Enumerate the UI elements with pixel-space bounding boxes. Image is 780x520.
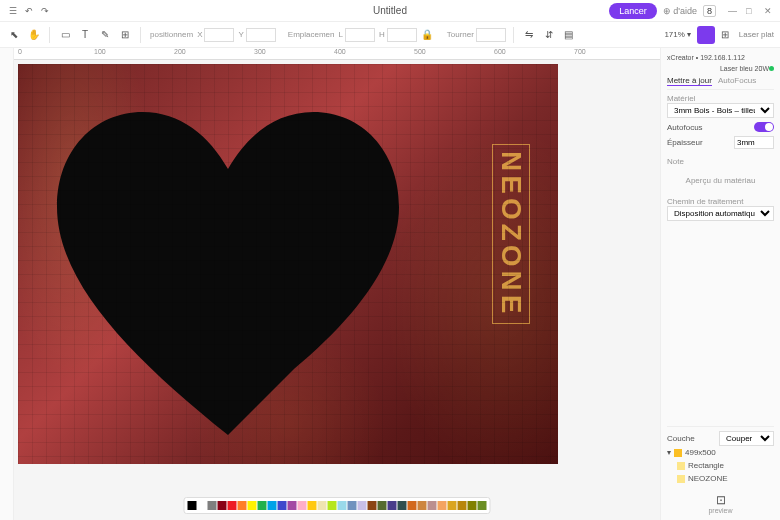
vector-icon[interactable]: ✎ bbox=[97, 27, 113, 43]
color-swatch[interactable] bbox=[438, 501, 447, 510]
color-swatch[interactable] bbox=[268, 501, 277, 510]
text-icon[interactable]: T bbox=[77, 27, 93, 43]
layer-item[interactable]: Rectangle bbox=[667, 459, 774, 472]
cursor-icon[interactable]: ⬉ bbox=[6, 27, 22, 43]
color-swatch[interactable] bbox=[258, 501, 267, 510]
autofocus-label: Autofocus bbox=[667, 123, 703, 132]
redo-icon[interactable]: ↷ bbox=[38, 4, 52, 18]
w-input[interactable] bbox=[345, 28, 375, 42]
h-input[interactable] bbox=[387, 28, 417, 42]
material-label: Matériel bbox=[667, 94, 774, 103]
notification-badge[interactable]: 8 bbox=[703, 5, 716, 17]
color-swatch[interactable] bbox=[338, 501, 347, 510]
color-swatch[interactable] bbox=[358, 501, 367, 510]
rotate-label: Tourner bbox=[447, 30, 474, 39]
color-swatch[interactable] bbox=[478, 501, 487, 510]
color-swatch[interactable] bbox=[448, 501, 457, 510]
color-swatch[interactable] bbox=[348, 501, 357, 510]
layer-mode-select[interactable]: Couper bbox=[719, 431, 774, 446]
color-swatch[interactable] bbox=[468, 501, 477, 510]
color-swatch[interactable] bbox=[378, 501, 387, 510]
x-input[interactable] bbox=[204, 28, 234, 42]
y-input[interactable] bbox=[246, 28, 276, 42]
color-swatch[interactable] bbox=[248, 501, 257, 510]
launch-button[interactable]: Lancer bbox=[609, 3, 657, 19]
undo-icon[interactable]: ↶ bbox=[22, 4, 36, 18]
color-swatch[interactable] bbox=[408, 501, 417, 510]
path-select[interactable]: Disposition automatique bbox=[667, 206, 774, 221]
position-label: positionnem bbox=[150, 30, 193, 39]
path-label: Chemin de traitement bbox=[667, 197, 774, 206]
help-link[interactable]: ⊕ d'aide bbox=[663, 6, 697, 16]
rotate-input[interactable] bbox=[476, 28, 506, 42]
thickness-label: Épaisseur bbox=[667, 138, 703, 147]
status-dot-icon bbox=[769, 66, 774, 71]
color-palette bbox=[184, 497, 491, 514]
image-icon[interactable]: ⊞ bbox=[117, 27, 133, 43]
maximize-icon[interactable]: □ bbox=[746, 6, 756, 16]
color-swatch[interactable] bbox=[238, 501, 247, 510]
autofocus-toggle[interactable] bbox=[754, 122, 774, 132]
color-swatch[interactable] bbox=[458, 501, 467, 510]
color-swatch[interactable] bbox=[368, 501, 377, 510]
flip-h-icon[interactable]: ⇋ bbox=[521, 27, 537, 43]
material-preview[interactable]: Aperçu du matériau bbox=[667, 176, 774, 185]
zoom-value[interactable]: 171% bbox=[664, 30, 684, 39]
grid-icon[interactable]: ⊞ bbox=[717, 27, 733, 43]
hand-icon[interactable]: ✋ bbox=[26, 27, 42, 43]
color-swatch[interactable] bbox=[318, 501, 327, 510]
color-swatch[interactable] bbox=[428, 501, 437, 510]
color-swatch[interactable] bbox=[218, 501, 227, 510]
color-swatch[interactable] bbox=[418, 501, 427, 510]
lock-icon[interactable]: 🔒 bbox=[419, 27, 435, 43]
flip-v-icon[interactable]: ⇵ bbox=[541, 27, 557, 43]
artwork-image[interactable]: NEOZONE bbox=[18, 64, 558, 464]
tab-update[interactable]: Mettre à jour bbox=[667, 76, 712, 86]
preview-label: preview bbox=[667, 507, 774, 514]
mode-toggle[interactable] bbox=[697, 26, 715, 44]
chevron-down-icon[interactable]: ▾ bbox=[687, 30, 691, 39]
thickness-input[interactable] bbox=[734, 136, 774, 149]
color-swatch[interactable] bbox=[398, 501, 407, 510]
tab-autofocus[interactable]: AutoFocus bbox=[718, 76, 756, 86]
color-swatch[interactable] bbox=[278, 501, 287, 510]
color-swatch[interactable] bbox=[288, 501, 297, 510]
note-label: Note bbox=[667, 157, 774, 166]
preview-icon[interactable]: ⊡ bbox=[667, 493, 774, 507]
spacing-label: Emplacemen bbox=[288, 30, 335, 39]
device-name: xCreator • 192.168.1.112 bbox=[667, 54, 745, 61]
align-icon[interactable]: ▤ bbox=[561, 27, 577, 43]
color-swatch[interactable] bbox=[198, 501, 207, 510]
laser-status: Laser bleu 20W bbox=[720, 65, 769, 72]
color-swatch[interactable] bbox=[208, 501, 217, 510]
layer-item[interactable]: NEOZONE bbox=[667, 472, 774, 485]
close-icon[interactable]: ✕ bbox=[764, 6, 774, 16]
layers-label: Couche bbox=[667, 434, 695, 443]
color-swatch[interactable] bbox=[188, 501, 197, 510]
document-title: Untitled bbox=[373, 5, 407, 16]
left-toolbar bbox=[0, 48, 14, 520]
material-select[interactable]: 3mm Bois - Bois – tilleul bbox=[667, 103, 774, 118]
neozone-text[interactable]: NEOZONE bbox=[492, 144, 530, 324]
color-swatch[interactable] bbox=[328, 501, 337, 510]
laser-mode[interactable]: Laser plat bbox=[739, 30, 774, 39]
heart-shape bbox=[38, 74, 418, 454]
color-swatch[interactable] bbox=[228, 501, 237, 510]
ruler-horizontal: 0 100 200 300 400 500 600 700 bbox=[14, 48, 660, 60]
layer-item[interactable]: ▾499x500 bbox=[667, 446, 774, 459]
minimize-icon[interactable]: — bbox=[728, 6, 738, 16]
color-swatch[interactable] bbox=[308, 501, 317, 510]
canvas[interactable]: NEOZONE bbox=[14, 60, 660, 520]
menu-icon[interactable]: ☰ bbox=[6, 4, 20, 18]
color-swatch[interactable] bbox=[388, 501, 397, 510]
shape-icon[interactable]: ▭ bbox=[57, 27, 73, 43]
color-swatch[interactable] bbox=[298, 501, 307, 510]
